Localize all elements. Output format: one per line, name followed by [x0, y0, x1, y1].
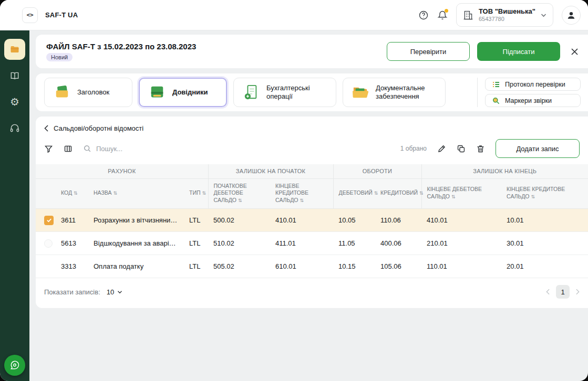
notification-dot	[445, 9, 448, 13]
add-record-button[interactable]: Додати запис	[496, 139, 580, 158]
cell-opening-credit: 610.01	[270, 255, 333, 278]
app-window: <> SAF-T UA ТОВ "Вишень	[0, 0, 588, 381]
column-header-name[interactable]: НАЗВА⇅	[88, 178, 184, 209]
cell-type: LTL	[184, 255, 208, 278]
cell-code: 5613	[56, 232, 88, 255]
selected-count: 1 обрано	[400, 145, 427, 152]
notifications-button[interactable]	[437, 10, 448, 20]
table-row[interactable]: 3611 Розрахунки з вітчизняними... LTL 50…	[36, 209, 588, 232]
table-row[interactable]: 3313 Оплата податку LTL 505.02 610.01 10…	[36, 255, 588, 278]
tab-documentary-support[interactable]: Документальне забезпечення	[343, 78, 446, 107]
sidebar: ⚙	[0, 30, 29, 381]
prev-page-button[interactable]	[546, 289, 550, 295]
file-header-info: ФАЙЛ SAF-T з 15.02.2023 по 23.08.2023 Но…	[46, 42, 196, 61]
row-checkbox-unchecked[interactable]	[44, 239, 53, 248]
column-header-closing-debit[interactable]: КІНЦЕВЕ ДЕБЕТОВЕ САЛЬДО⇅	[421, 178, 501, 209]
cell-name: Розрахунки з вітчизняними...	[88, 209, 184, 232]
headphones-icon	[9, 123, 20, 133]
tabs-side-actions: Протокол перевірки Маркери звірки	[477, 78, 581, 107]
tab-label: Довідники	[172, 88, 208, 97]
company-selector[interactable]: ТОВ "Вишенька" 65437780	[456, 3, 553, 27]
copy-icon	[457, 144, 466, 153]
edit-button[interactable]	[437, 144, 446, 153]
sort-icon: ⇅	[300, 198, 304, 203]
cell-opening-debit: 500.02	[208, 209, 270, 232]
markers-icon	[492, 97, 500, 105]
column-header-code[interactable]: КОД⇅	[56, 178, 88, 209]
cell-name: Відшкодування за аварійну с...	[88, 232, 184, 255]
chat-icon	[9, 360, 20, 371]
chevron-right-icon	[576, 289, 580, 295]
page-number-button[interactable]: 1	[556, 285, 570, 299]
next-page-button[interactable]	[576, 289, 580, 295]
cell-opening-debit: 510.02	[208, 232, 270, 255]
group-header-row: РАХУНОК ЗАЛИШОК НА ПОЧАТОК ОБОРОТИ ЗАЛИШ…	[36, 164, 588, 178]
search-box	[83, 144, 196, 153]
column-header-debit[interactable]: ДЕБЕТОВИЙ⇅	[333, 178, 375, 209]
check-protocol-label: Протокол перевірки	[505, 81, 565, 88]
tab-label: Документальне забезпечення	[376, 84, 438, 101]
sidebar-item-registry[interactable]	[4, 65, 25, 86]
sign-button[interactable]: Підписати	[477, 42, 560, 61]
copy-button[interactable]	[457, 144, 466, 153]
column-header-type[interactable]: ТИП⇅	[184, 178, 208, 209]
trash-icon	[476, 144, 485, 153]
cell-debit: 11.05	[333, 232, 375, 255]
column-header-opening-credit[interactable]: КІНЦЕВЕ КРЕДИТОВЕ САЛЬДО⇅	[270, 178, 333, 209]
cell-debit: 10.05	[333, 209, 375, 232]
chevron-left-icon	[546, 289, 550, 295]
protocol-icon	[492, 80, 500, 89]
documents-tab-icon	[350, 84, 370, 100]
cell-code: 3313	[56, 255, 88, 278]
tab-directories[interactable]: Довідники	[139, 78, 227, 107]
column-header-credit[interactable]: КРЕДИТОВИЙ⇅	[375, 178, 421, 209]
filter-button[interactable]	[44, 144, 53, 153]
sort-icon: ⇅	[113, 190, 117, 196]
sidebar-item-files[interactable]	[4, 39, 25, 60]
app-title: SAF-T UA	[45, 11, 78, 19]
code-panel-button[interactable]: <>	[22, 7, 38, 23]
avatar[interactable]	[562, 6, 581, 25]
column-header-opening-debit[interactable]: ПОЧАТКОВЕ ДЕБЕТОВЕ САЛЬДО⇅	[208, 178, 270, 209]
table-card: Сальдові/оборотні відомості 1 обрано	[36, 117, 588, 308]
search-input[interactable]	[96, 145, 196, 153]
directories-tab-icon	[147, 84, 167, 100]
tab-label: Бухгалтерські операції	[266, 84, 328, 101]
delete-button[interactable]	[476, 144, 485, 153]
cell-closing-credit: 20.01	[501, 255, 588, 278]
back-link[interactable]: Сальдові/оборотні відомості	[36, 117, 588, 137]
check-icon	[46, 217, 52, 223]
folder-icon	[9, 44, 20, 55]
cell-closing-debit: 210.01	[421, 232, 501, 255]
toolbar-right: 1 обрано Додати запис	[400, 139, 580, 158]
tab-header[interactable]: Заголовок	[44, 78, 132, 107]
sidebar-item-settings[interactable]: ⚙	[4, 91, 25, 112]
tab-accounting-operations[interactable]: Бухгалтерські операції	[233, 78, 336, 107]
chevron-left-icon	[44, 125, 48, 132]
group-header: ЗАЛИШОК НА КІНЕЦЬ	[421, 164, 588, 178]
column-header-closing-credit[interactable]: КІНЦЕВЕ КРЕДИТОВЕ САЛЬДО⇅	[501, 178, 588, 209]
sort-icon: ⇅	[74, 190, 78, 196]
group-header: РАХУНОК	[36, 164, 208, 178]
check-protocol-button[interactable]: Протокол перевірки	[485, 78, 581, 91]
sidebar-item-support[interactable]	[4, 118, 25, 139]
page-size-select[interactable]: 10	[107, 288, 122, 296]
chat-fab-button[interactable]	[4, 355, 25, 376]
reconciliation-markers-button[interactable]: Маркери звірки	[485, 94, 581, 107]
verify-button[interactable]: Перевірити	[387, 42, 470, 61]
chevron-down-icon	[541, 13, 546, 17]
table-row[interactable]: 5613 Відшкодування за аварійну с... LTL …	[36, 232, 588, 255]
help-button[interactable]	[418, 10, 429, 20]
company-code: 65437780	[479, 16, 535, 23]
close-button[interactable]	[571, 48, 579, 56]
sort-icon: ⇅	[451, 194, 456, 199]
table-footer: Показати записів: 10 1	[36, 278, 588, 307]
building-icon	[463, 10, 473, 20]
status-badge: Новий	[46, 53, 73, 61]
sort-icon: ⇅	[531, 194, 535, 199]
cell-opening-credit: 411.01	[270, 232, 333, 255]
topbar: <> SAF-T UA ТОВ "Вишень	[0, 0, 588, 30]
row-checkbox-checked[interactable]	[44, 216, 54, 225]
columns-button[interactable]	[64, 144, 73, 153]
cell-debit: 10.15	[333, 255, 375, 278]
